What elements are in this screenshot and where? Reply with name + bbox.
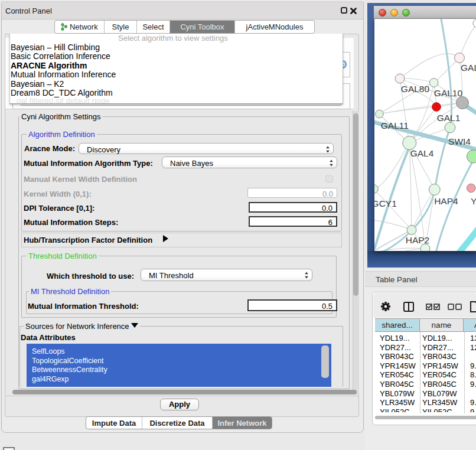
svg-text:GAL7: GAL7: [461, 63, 476, 73]
svg-text:HAP4: HAP4: [434, 196, 458, 206]
svg-text:GAL80: GAL80: [401, 84, 430, 94]
svg-text:GAL10: GAL10: [434, 88, 463, 98]
svg-text:SWI4: SWI4: [448, 136, 471, 146]
svg-text:GAL1: GAL1: [437, 113, 461, 123]
svg-text:GAL4: GAL4: [410, 148, 434, 158]
svg-text:YJ: YJ: [471, 196, 476, 206]
svg-text:GCY1: GCY1: [374, 198, 397, 208]
svg-text:HAP2: HAP2: [406, 235, 430, 245]
svg-text:GAL11: GAL11: [381, 120, 409, 131]
